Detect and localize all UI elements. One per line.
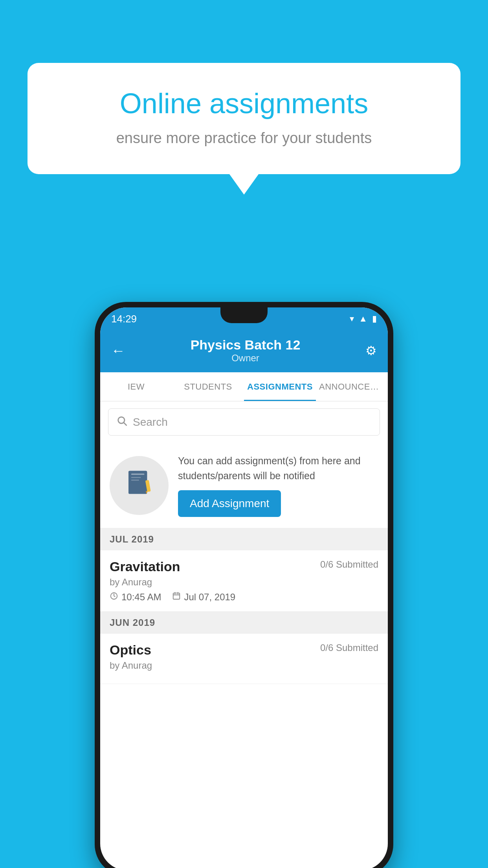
assignment-item-gravitation[interactable]: Gravitation 0/6 Submitted by Anurag 10:4… — [100, 550, 388, 612]
svg-rect-4 — [131, 473, 145, 474]
promo-icon-circle — [110, 456, 169, 515]
phone-screen: 14:29 ▾ ▲ ▮ ← Physics Batch 12 Owner ⚙ I… — [100, 307, 388, 868]
speech-bubble-container: Online assignments ensure more practice … — [28, 63, 460, 174]
wifi-icon: ▾ — [350, 314, 354, 324]
clock-icon — [110, 592, 118, 603]
back-button[interactable]: ← — [111, 342, 125, 359]
assignment-by-gravitation: by Anurag — [110, 577, 378, 588]
section-header-jun: JUN 2019 — [100, 612, 388, 634]
search-placeholder: Search — [133, 416, 168, 428]
svg-rect-5 — [131, 477, 141, 478]
settings-icon[interactable]: ⚙ — [365, 343, 377, 358]
assignment-row1: Gravitation 0/6 Submitted — [110, 559, 378, 574]
notebook-icon — [125, 468, 153, 503]
tab-students[interactable]: STUDENTS — [172, 372, 244, 401]
promo-description: You can add assignment(s) from here and … — [178, 454, 378, 483]
calendar-icon — [172, 592, 181, 603]
assignment-meta-gravitation: 10:45 AM Jul 07, 2019 — [110, 592, 378, 603]
svg-rect-6 — [131, 480, 139, 480]
assignment-date: Jul 07, 2019 — [172, 592, 235, 603]
notch — [220, 307, 268, 323]
bubble-subtitle: ensure more practice for your students — [55, 130, 433, 147]
phone-frame: 14:29 ▾ ▲ ▮ ← Physics Batch 12 Owner ⚙ I… — [95, 302, 393, 868]
tabs-bar: IEW STUDENTS ASSIGNMENTS ANNOUNCEMENTS — [100, 372, 388, 401]
assignment-name-gravitation: Gravitation — [110, 559, 180, 574]
tab-assignments[interactable]: ASSIGNMENTS — [244, 372, 316, 401]
assignment-time-value: 10:45 AM — [121, 592, 161, 603]
assignment-submitted-gravitation: 0/6 Submitted — [320, 559, 378, 570]
signal-icon: ▲ — [359, 314, 367, 324]
assignment-item-optics[interactable]: Optics 0/6 Submitted by Anurag — [100, 634, 388, 684]
header-subtitle: Owner — [125, 353, 365, 364]
app-header: ← Physics Batch 12 Owner ⚙ — [100, 330, 388, 372]
tab-iew[interactable]: IEW — [100, 372, 172, 401]
add-assignment-button[interactable]: Add Assignment — [178, 490, 281, 517]
status-bar: 14:29 ▾ ▲ ▮ — [100, 307, 388, 330]
assignment-row1-optics: Optics 0/6 Submitted — [110, 642, 378, 658]
status-icons: ▾ ▲ ▮ — [350, 314, 377, 324]
assignment-time: 10:45 AM — [110, 592, 161, 603]
search-bar[interactable]: Search — [108, 408, 380, 436]
battery-icon: ▮ — [372, 314, 377, 324]
svg-line-1 — [124, 423, 126, 425]
header-title: Physics Batch 12 — [125, 337, 365, 353]
assignment-name-optics: Optics — [110, 642, 151, 658]
assignment-submitted-optics: 0/6 Submitted — [320, 642, 378, 653]
tab-announcements[interactable]: ANNOUNCEMENTS — [316, 372, 388, 401]
bubble-title: Online assignments — [55, 86, 433, 120]
svg-rect-10 — [173, 593, 180, 600]
status-time: 14:29 — [111, 313, 137, 325]
add-assignment-promo: You can add assignment(s) from here and … — [100, 443, 388, 528]
assignment-date-value: Jul 07, 2019 — [184, 592, 235, 603]
section-header-jul: JUL 2019 — [100, 528, 388, 550]
assignment-by-optics: by Anurag — [110, 660, 378, 671]
promo-content: You can add assignment(s) from here and … — [178, 454, 378, 517]
search-container: Search — [100, 401, 388, 443]
speech-bubble: Online assignments ensure more practice … — [28, 63, 460, 174]
search-icon — [116, 415, 127, 429]
header-center: Physics Batch 12 Owner — [125, 337, 365, 364]
